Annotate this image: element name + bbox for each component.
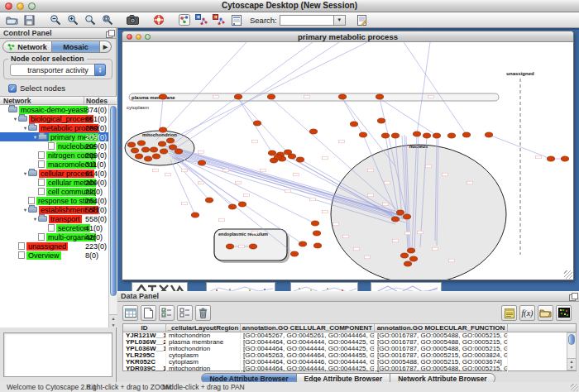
network-node[interactable] bbox=[290, 251, 298, 256]
network-node[interactable] bbox=[403, 214, 410, 219]
network-node[interactable] bbox=[313, 243, 321, 248]
network-node[interactable] bbox=[338, 94, 346, 99]
node-color-dropdown[interactable]: transporter activity ▲▼ bbox=[10, 64, 106, 76]
network-edge[interactable] bbox=[417, 42, 430, 134]
network-node[interactable] bbox=[228, 204, 236, 209]
network-node[interactable] bbox=[407, 248, 414, 253]
network-node[interactable] bbox=[141, 147, 149, 152]
network-node[interactable] bbox=[175, 149, 182, 154]
tab-overflow-arrow[interactable]: ▶ bbox=[100, 41, 112, 53]
annotation-form-icon[interactable] bbox=[229, 13, 243, 26]
table-cell[interactable]: [GO:0044464, GO:0044444, GO:0044425, G..… bbox=[241, 339, 375, 346]
column-header[interactable]: annotation.GO MOLECULAR_FUNCTION bbox=[375, 324, 508, 332]
table-cell[interactable]: YJR121W__1 bbox=[123, 332, 166, 339]
network-edge[interactable] bbox=[168, 42, 367, 141]
network-node[interactable] bbox=[159, 94, 166, 99]
expand-arrow-icon[interactable]: ▼ bbox=[22, 208, 28, 213]
open-icon[interactable] bbox=[5, 13, 19, 26]
vizmapper-icon[interactable] bbox=[177, 13, 191, 26]
network-node[interactable] bbox=[238, 202, 246, 207]
table-cell[interactable]: [GO:0016787, GO:0005488, GO:0005215, G..… bbox=[375, 332, 508, 339]
table-row[interactable]: YLR295Ccytoplasm[GO:0045263, GO:0044464,… bbox=[123, 352, 576, 359]
network-node[interactable] bbox=[413, 131, 420, 136]
tree-scrollbar[interactable]: ▲▼ bbox=[108, 105, 117, 327]
table-row[interactable]: YDR039C__1mitochondrion[GO:0044464, GO:0… bbox=[123, 366, 576, 372]
table-scrollbar[interactable]: ▲▼ bbox=[567, 332, 577, 370]
table-cell[interactable]: [GO:0045263, GO:0044464, GO:0044455, G..… bbox=[241, 352, 375, 359]
search-dropdown-icon[interactable]: ▼ bbox=[334, 15, 346, 26]
zoom-fit-icon[interactable] bbox=[83, 13, 97, 26]
network-edge[interactable] bbox=[404, 42, 467, 135]
table-cell[interactable]: [GO:0044464, GO:0044446, GO:0044444, G..… bbox=[241, 359, 375, 366]
network-node[interactable] bbox=[311, 221, 318, 226]
column-header[interactable]: ID bbox=[123, 324, 166, 332]
network-window[interactable]: primary metabolic process plasma membran… bbox=[122, 31, 574, 280]
network-import-icon[interactable] bbox=[194, 13, 208, 26]
table-cell[interactable]: YLR295C bbox=[123, 352, 166, 359]
network-node[interactable] bbox=[462, 132, 470, 137]
network-edge[interactable] bbox=[380, 98, 437, 136]
network-node[interactable] bbox=[409, 256, 417, 261]
table-cell[interactable]: [GO:0016787, GO:0005488, GO:0005215, G..… bbox=[375, 346, 508, 352]
network-node[interactable] bbox=[127, 142, 135, 147]
tree-row[interactable]: Overview8(0) bbox=[0, 251, 109, 260]
network-window-resize-grip[interactable] bbox=[564, 270, 572, 279]
tree-row[interactable]: multi-organism pro42(0) bbox=[0, 232, 109, 241]
expand-arrow-icon[interactable]: ▼ bbox=[22, 171, 28, 176]
attribute-notes-icon[interactable] bbox=[501, 305, 517, 321]
network-node[interactable] bbox=[150, 147, 157, 152]
tree-row[interactable]: ▼biological_process651(0) bbox=[0, 114, 109, 123]
table-cell[interactable]: cytoplasm bbox=[166, 352, 241, 359]
tree-row[interactable]: macromolecule311(0) bbox=[0, 160, 109, 169]
network-node[interactable] bbox=[309, 129, 317, 134]
tree-header-network[interactable]: Network bbox=[0, 97, 84, 104]
network-edge[interactable] bbox=[160, 98, 163, 131]
network-node[interactable] bbox=[234, 94, 242, 99]
network-node[interactable] bbox=[485, 132, 492, 137]
matrix-view-icon[interactable] bbox=[556, 305, 572, 321]
save-icon[interactable] bbox=[22, 13, 36, 26]
table-scrollbar-arrows[interactable]: ▲▼ bbox=[567, 358, 576, 370]
network-node[interactable] bbox=[249, 244, 256, 249]
network-node[interactable] bbox=[131, 148, 138, 153]
float-panel-icon[interactable] bbox=[569, 293, 577, 300]
tree-scrollbar-thumb[interactable] bbox=[110, 106, 117, 296]
network-node[interactable] bbox=[447, 133, 455, 138]
snapshot-icon[interactable] bbox=[126, 13, 140, 26]
network-node[interactable] bbox=[376, 94, 383, 99]
table-cell[interactable]: mitochondrion bbox=[166, 332, 241, 339]
table-cell[interactable]: YPL036W__2 bbox=[123, 339, 166, 346]
network-node[interactable] bbox=[547, 156, 554, 161]
expand-arrow-icon[interactable]: ▼ bbox=[22, 126, 28, 131]
table-cell[interactable]: [GO:0016787, GO:0005488, GO:0005215, G..… bbox=[375, 366, 508, 372]
tree-row[interactable]: response to stimulu264(0) bbox=[0, 196, 109, 205]
table-row[interactable]: YPL036W__1mitochondrion[GO:0044464, GO:0… bbox=[123, 346, 576, 352]
network-node[interactable] bbox=[377, 118, 385, 123]
network-node[interactable] bbox=[404, 261, 411, 266]
select-attributes-icon[interactable] bbox=[159, 305, 175, 321]
tree-row[interactable]: ▼primary metabolic209(0) bbox=[0, 132, 109, 141]
table-cell[interactable]: YPL036W__1 bbox=[123, 346, 166, 352]
tree-row[interactable]: secretion41(0) bbox=[0, 223, 109, 232]
network-node[interactable] bbox=[158, 141, 165, 146]
network-node[interactable] bbox=[423, 133, 430, 138]
network-node[interactable] bbox=[288, 154, 295, 159]
network-node[interactable] bbox=[296, 157, 304, 162]
table-cell[interactable]: YDR039C__1 bbox=[123, 366, 166, 372]
network-modify-icon[interactable] bbox=[212, 13, 226, 26]
unselect-attributes-icon[interactable] bbox=[177, 305, 193, 321]
expand-arrow-icon[interactable]: ▼ bbox=[32, 135, 38, 140]
tree-row[interactable]: ▼metabolic process280(0) bbox=[0, 123, 109, 132]
network-window-titlebar[interactable]: primary metabolic process bbox=[122, 31, 573, 42]
network-node[interactable] bbox=[191, 213, 199, 218]
network-node[interactable] bbox=[299, 241, 306, 246]
table-cell[interactable]: [GO:0016787, GO:0005215, GO:0003824, G..… bbox=[375, 352, 508, 359]
attribute-table[interactable]: ID_cellularLayoutRegionannotation.GO CEL… bbox=[122, 323, 577, 371]
column-header[interactable]: _cellularLayoutRegion bbox=[166, 324, 241, 332]
network-node[interactable] bbox=[561, 156, 568, 161]
network-node[interactable] bbox=[400, 253, 408, 258]
new-attribute-icon[interactable] bbox=[141, 305, 156, 321]
network-node[interactable] bbox=[267, 94, 275, 99]
network-node[interactable] bbox=[350, 122, 357, 127]
network-edge[interactable] bbox=[238, 98, 287, 152]
